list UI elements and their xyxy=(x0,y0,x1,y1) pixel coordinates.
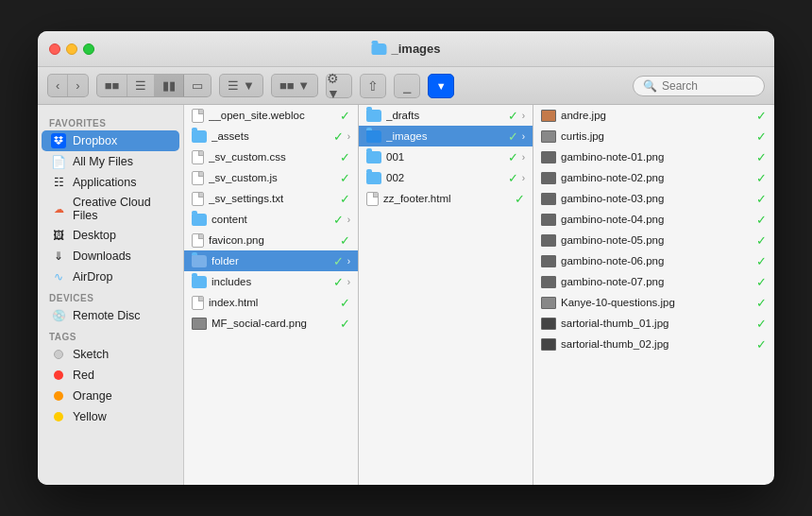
list-item[interactable]: content ✓› xyxy=(184,209,358,230)
sort-button: ☰ ▼ xyxy=(219,74,262,97)
list-item[interactable]: folder ✓› xyxy=(184,250,358,271)
list-item[interactable]: favicon.png ✓ xyxy=(184,230,358,250)
search-icon: 🔍 xyxy=(643,79,657,93)
sidebar-item-applications-label: Applications xyxy=(73,176,136,189)
list-item[interactable]: gambino-note-04.png ✓ xyxy=(533,209,774,230)
icon-view-button[interactable]: ■■ xyxy=(97,75,128,96)
list-item[interactable]: _sv_custom.js ✓ xyxy=(184,167,358,188)
list-view-button[interactable]: ☰ xyxy=(127,75,155,96)
file-name: 001 xyxy=(386,151,503,163)
view-buttons: ■■ ☰ ▮▮ ▭ xyxy=(96,74,212,97)
list-item[interactable]: _assets ✓› xyxy=(184,126,358,146)
file-columns: __open_site.webloc ✓ _assets ✓› _sv_cust… xyxy=(184,105,774,485)
toolbar: ‹ › ■■ ☰ ▮▮ ▭ ☰ ▼ ■■ ▼ ⚙ ▼ ⇧ ⎯ ▼ 🔍 xyxy=(38,67,774,105)
close-button[interactable] xyxy=(49,43,60,55)
file-name: _sv_settings.txt xyxy=(209,193,335,204)
sync-check: ✓ xyxy=(333,254,344,268)
favorites-section-label: Favorites xyxy=(38,112,183,130)
list-item[interactable]: sartorial-thumb_01.jpg ✓ xyxy=(533,313,774,334)
tag-button[interactable]: ⎯ xyxy=(394,74,420,98)
list-item[interactable]: gambino-note-07.png ✓ xyxy=(533,271,774,292)
list-item[interactable]: _drafts ✓› xyxy=(359,105,533,126)
list-item[interactable]: includes ✓› xyxy=(184,271,358,292)
file-column-1: __open_site.webloc ✓ _assets ✓› _sv_cust… xyxy=(184,105,359,485)
file-name: content xyxy=(211,214,329,225)
share-button[interactable]: ⇧ xyxy=(360,74,386,98)
sidebar-item-all-my-files-label: All My Files xyxy=(73,155,133,168)
list-item[interactable]: Kanye-10-questions.jpg ✓ xyxy=(533,292,774,313)
sidebar-item-dropbox[interactable]: Dropbox xyxy=(42,130,179,151)
expand-arrow: › xyxy=(522,111,525,121)
sync-check: ✓ xyxy=(340,109,350,123)
minimize-button[interactable] xyxy=(66,43,77,55)
sidebar-item-tag-sketch-label: Sketch xyxy=(73,348,109,361)
applications-icon: ☷ xyxy=(51,175,66,190)
tag-sketch-dot xyxy=(51,347,66,362)
sidebar-item-all-my-files[interactable]: 📄 All My Files xyxy=(42,151,179,172)
sidebar-item-airdrop[interactable]: ∿ AirDrop xyxy=(42,267,179,287)
sidebar-item-remote-disc[interactable]: 💿 Remote Disc xyxy=(42,305,179,326)
file-name: gambino-note-07.png xyxy=(561,276,752,287)
folder-icon xyxy=(366,172,381,184)
list-item[interactable]: andre.jpg ✓ xyxy=(533,105,774,126)
list-item[interactable]: index.html ✓ xyxy=(184,292,358,313)
sidebar-item-downloads[interactable]: ⇓ Downloads xyxy=(42,246,179,267)
list-item[interactable]: zz_footer.html ✓ xyxy=(359,188,533,209)
list-item[interactable]: _sv_custom.css ✓ xyxy=(184,146,358,167)
sidebar-item-tag-red[interactable]: Red xyxy=(42,365,179,386)
search-input[interactable] xyxy=(662,79,754,93)
list-item[interactable]: sartorial-thumb_02.jpg ✓ xyxy=(533,334,774,354)
image-icon xyxy=(541,214,556,226)
sidebar-item-tag-red-label: Red xyxy=(73,369,94,382)
file-name: _assets xyxy=(211,130,329,142)
sidebar-item-tag-orange[interactable]: Orange xyxy=(42,386,179,406)
sync-check: ✓ xyxy=(756,213,767,227)
sidebar-item-desktop[interactable]: 🖼 Desktop xyxy=(42,225,179,246)
view-options-btn[interactable]: ■■ ▼ xyxy=(272,75,317,96)
folder-icon xyxy=(192,130,207,143)
creative-cloud-icon: ☁ xyxy=(51,201,66,216)
window-title: _images xyxy=(371,42,440,56)
list-item[interactable]: curtis.jpg ✓ xyxy=(533,126,774,146)
list-item[interactable]: 002 ✓› xyxy=(359,167,533,188)
sidebar-item-tag-yellow[interactable]: Yellow xyxy=(42,406,179,427)
column-view-button[interactable]: ▮▮ xyxy=(155,75,184,96)
list-item[interactable]: gambino-note-05.png ✓ xyxy=(533,230,774,250)
search-box[interactable]: 🔍 xyxy=(633,76,765,96)
list-item[interactable]: __open_site.webloc ✓ xyxy=(184,105,358,126)
folder-icon xyxy=(366,151,381,163)
tag-red-dot xyxy=(51,368,66,383)
sort-options[interactable]: ☰ ▼ xyxy=(220,75,262,96)
expand-arrow: › xyxy=(347,277,350,287)
list-item[interactable]: gambino-note-01.png ✓ xyxy=(533,146,774,167)
maximize-button[interactable] xyxy=(83,43,94,55)
file-name: gambino-note-01.png xyxy=(561,151,752,163)
action-button[interactable]: ⚙ ▼ xyxy=(326,74,352,98)
list-item[interactable]: gambino-note-06.png ✓ xyxy=(533,250,774,271)
sync-check: ✓ xyxy=(340,192,350,206)
folder-icon xyxy=(192,276,207,288)
sidebar-item-tag-sketch[interactable]: Sketch xyxy=(42,344,179,365)
file-icon xyxy=(192,109,204,123)
sidebar-item-creative-cloud[interactable]: ☁ Creative Cloud Files xyxy=(42,193,179,225)
list-item[interactable]: _sv_settings.txt ✓ xyxy=(184,188,358,209)
dropbox-toolbar-button[interactable]: ▼ xyxy=(428,74,454,98)
list-item[interactable]: _images ✓› xyxy=(359,126,533,146)
sync-check: ✓ xyxy=(508,171,518,185)
file-name: includes xyxy=(211,276,329,287)
sidebar-item-applications[interactable]: ☷ Applications xyxy=(42,172,179,193)
list-item[interactable]: 001 ✓› xyxy=(359,146,533,167)
file-name: favicon.png xyxy=(209,234,335,246)
forward-button[interactable]: › xyxy=(68,75,87,96)
list-item[interactable]: gambino-note-03.png ✓ xyxy=(533,188,774,209)
sync-check: ✓ xyxy=(756,109,767,123)
expand-arrow: › xyxy=(522,131,525,142)
list-item[interactable]: MF_social-card.png ✓ xyxy=(184,313,358,334)
list-item[interactable]: gambino-note-02.png ✓ xyxy=(533,167,774,188)
image-icon xyxy=(541,338,556,351)
back-button[interactable]: ‹ xyxy=(48,75,68,96)
file-name: curtis.jpg xyxy=(561,130,752,142)
gallery-view-button[interactable]: ▭ xyxy=(184,75,211,96)
finder-window: _images ‹ › ■■ ☰ ▮▮ ▭ ☰ ▼ ■■ ▼ ⚙ ▼ ⇧ ⎯ ▼… xyxy=(38,31,774,485)
file-icon xyxy=(192,171,204,185)
